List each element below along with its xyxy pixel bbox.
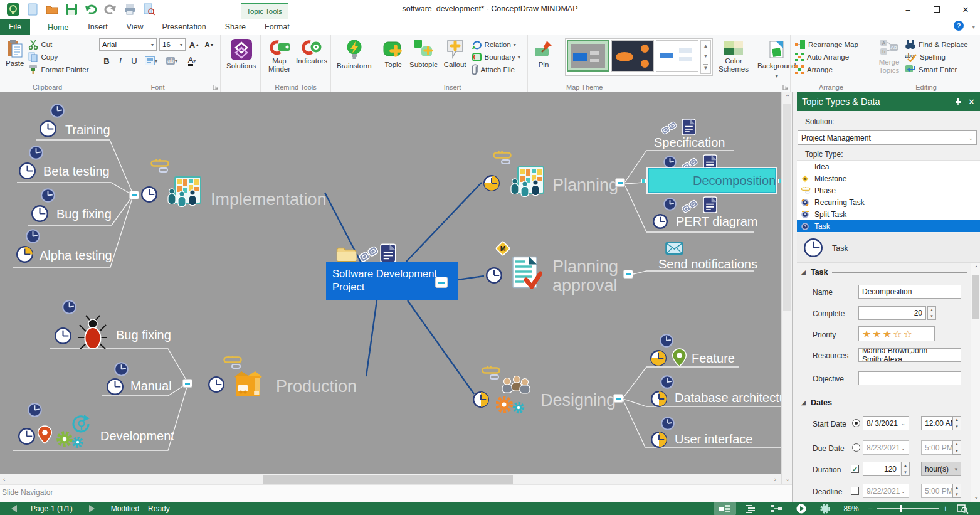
start-time-field[interactable]: 12:00 AM	[921, 416, 952, 430]
map-theme-thumbnail-2[interactable]	[611, 40, 654, 72]
duration-unit-select[interactable]: hour(s)▾	[921, 462, 961, 476]
find-replace-button[interactable]: Find & Replace	[904, 38, 969, 51]
map-theme-thumbnail-3[interactable]	[656, 40, 698, 72]
topic-node[interactable]: Send notifications	[658, 257, 757, 272]
start-date-radio[interactable]	[852, 419, 860, 427]
smart-enter-button[interactable]: Smart Enter	[904, 63, 969, 76]
start-time-spinner[interactable]: ▲▼	[952, 416, 961, 430]
canvas-horizontal-scrollbar[interactable]: ‹ ›	[0, 474, 781, 484]
due-date-radio[interactable]	[852, 443, 860, 452]
due-date-field[interactable]: 8/23/2021⌄	[863, 440, 909, 455]
panel-scrollbar[interactable]: ⌃ ⌄	[971, 263, 980, 502]
due-time-spinner[interactable]: ▲▼	[952, 440, 961, 455]
collapse-topic-button[interactable]	[182, 379, 192, 388]
canvas-vertical-scrollbar[interactable]: ⌃ ⌄	[781, 92, 792, 484]
tab-file[interactable]: File	[0, 19, 30, 35]
brainstorm-button[interactable]: Brainstorm	[334, 37, 375, 72]
italic-button[interactable]: I	[114, 55, 127, 67]
presentation-play-icon[interactable]	[791, 502, 811, 515]
zoom-slider[interactable]: − +	[868, 504, 948, 514]
split-view-icon[interactable]	[765, 502, 788, 515]
topic-node[interactable]: Decomposition	[648, 168, 776, 193]
shrink-font-button[interactable]: A▼	[203, 38, 216, 51]
topic-type-item-split-task[interactable]: Split Task	[797, 208, 980, 220]
relation-button[interactable]: Relation▾	[470, 38, 522, 51]
previous-page-icon[interactable]	[11, 505, 17, 512]
map-view-icon[interactable]	[714, 502, 736, 515]
topic-node[interactable]: Beta testing	[43, 164, 110, 179]
zoom-slider-thumb[interactable]	[900, 505, 902, 512]
zoom-fit-icon[interactable]	[952, 502, 974, 515]
topic-node[interactable]: Implementation	[211, 190, 327, 209]
map-minder-button[interactable]: Map Minder	[263, 37, 295, 75]
dates-section-header[interactable]: ◢Dates	[801, 398, 967, 407]
duration-field[interactable]: 120	[863, 462, 900, 476]
attach-file-button[interactable]: Attach File	[470, 63, 522, 76]
underline-button[interactable]: U	[128, 55, 140, 67]
tab-home[interactable]: Home	[38, 19, 78, 35]
topic-type-item-milestone[interactable]: MMilestone	[797, 173, 980, 184]
solution-select[interactable]: Project Management⌄	[798, 130, 977, 145]
tab-insert[interactable]: Insert	[78, 19, 117, 35]
topic-node[interactable]: PERT diagram	[676, 215, 757, 229]
topic-node[interactable]: Development	[100, 429, 174, 443]
solutions-button[interactable]: Solutions	[223, 37, 259, 72]
topic-type-item-phase[interactable]: Phase	[797, 184, 980, 196]
maximize-button[interactable]	[922, 0, 951, 19]
selection-handle[interactable]	[641, 179, 646, 183]
zoom-out-icon[interactable]: −	[868, 504, 873, 514]
copy-button[interactable]: Copy	[27, 51, 90, 63]
deadline-date-field[interactable]: 9/22/2021⌄	[863, 484, 909, 498]
map-theme-gallery-scroll[interactable]: ▲▼▼	[700, 40, 711, 74]
grow-font-button[interactable]: A▲	[188, 38, 201, 51]
zoom-in-icon[interactable]: +	[943, 504, 948, 514]
auto-arrange-button[interactable]: Auto Arrange	[793, 51, 869, 63]
topic-type-list[interactable]: IdeaMMilestonePhaseRecurring TaskSplit T…	[797, 160, 980, 232]
topic-type-item-recurring-task[interactable]: Recurring Task	[797, 196, 980, 208]
due-time-field[interactable]: 5:00 PM	[921, 440, 952, 455]
bold-button[interactable]: B	[100, 55, 113, 67]
help-icon[interactable]: ?	[954, 21, 964, 31]
complete-field[interactable]: 20	[858, 306, 926, 320]
arrange-button[interactable]: Arrange	[793, 63, 869, 76]
topic-node[interactable]: Planning	[552, 176, 618, 194]
slide-navigator-bar[interactable]: Slide Navigator	[0, 484, 792, 502]
topic-node[interactable]: Feature	[692, 351, 735, 366]
topic-type-item-task[interactable]: Task	[797, 220, 980, 232]
map-theme-dialog-launcher-icon[interactable]	[782, 84, 789, 90]
topic-node[interactable]: Database architecture	[675, 391, 781, 405]
map-theme-thumbnail-selected[interactable]	[567, 40, 609, 72]
subtopic-button[interactable]: Subtopic	[406, 37, 441, 71]
tab-view[interactable]: View	[117, 19, 153, 35]
topic-node[interactable]: Specification	[654, 135, 725, 150]
task-section-header[interactable]: ◢Task	[801, 268, 967, 277]
deadline-checkbox[interactable]	[851, 487, 859, 495]
collapse-topic-button[interactable]	[435, 277, 448, 288]
duration-spinner[interactable]: ▲▼	[901, 462, 910, 476]
minimize-button[interactable]: –	[893, 0, 922, 19]
topic-node[interactable]: Manual	[130, 379, 172, 393]
objective-field[interactable]	[858, 371, 961, 385]
priority-stars[interactable]: ★★★☆☆	[858, 326, 935, 341]
deadline-time-spinner[interactable]: ▲▼	[952, 484, 961, 498]
spelling-button[interactable]: abcSpelling	[904, 51, 969, 63]
boundary-button[interactable]: Boundary▾	[470, 51, 522, 63]
duration-checkbox[interactable]: ✓	[851, 465, 859, 473]
collapse-topic-button[interactable]	[623, 270, 633, 279]
rearrange-map-button[interactable]: Rearrange Map	[793, 38, 869, 51]
close-button[interactable]: ✕	[951, 0, 980, 19]
name-field[interactable]: Decomposition	[858, 285, 961, 299]
topic-button[interactable]: Topic	[380, 37, 406, 71]
resources-field[interactable]: Martha Brown;John Smith;Alexa	[858, 348, 961, 362]
pin-panel-icon[interactable]	[954, 97, 962, 106]
clipart-view-icon[interactable]	[815, 502, 835, 515]
pin-button[interactable]: Pin	[530, 37, 557, 71]
collapse-topic-button[interactable]	[129, 191, 139, 199]
contextual-tab-topic-tools[interactable]: Topic Tools	[241, 3, 288, 19]
topic-type-item-idea[interactable]: Idea	[797, 161, 980, 173]
font-family-select[interactable]: Arial▾	[99, 38, 157, 51]
next-page-icon[interactable]	[89, 505, 95, 512]
font-color-button[interactable]: A▾	[183, 55, 201, 67]
font-size-select[interactable]: 16▾	[159, 38, 186, 51]
topic-node[interactable]: Designing	[540, 391, 616, 410]
